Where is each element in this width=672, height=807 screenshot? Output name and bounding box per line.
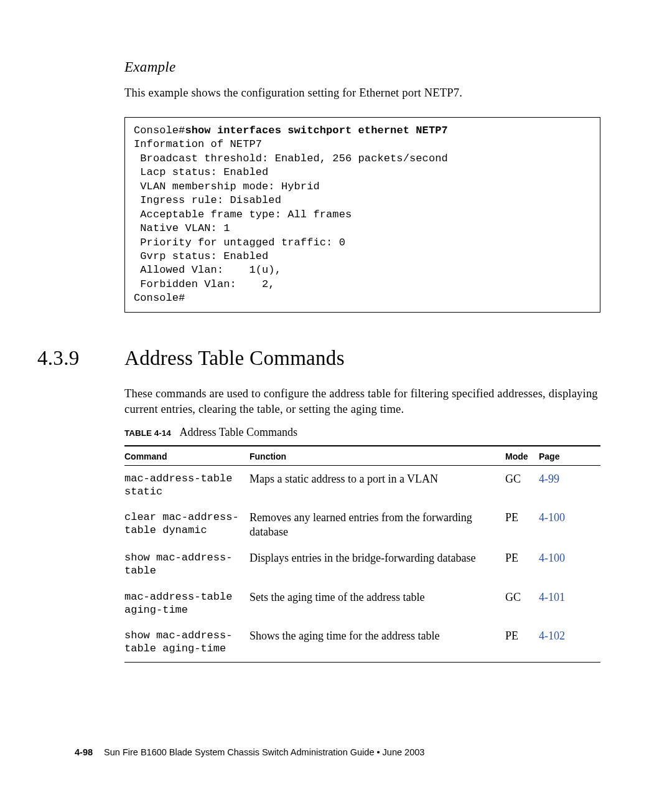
page-footer: 4-98 Sun Fire B1600 Blade System Chassis… bbox=[75, 747, 424, 757]
table-header-row: Command Function Mode Page bbox=[124, 446, 600, 466]
cell-mode: GC bbox=[505, 584, 539, 623]
code-body: Information of NETP7 Broadcast threshold… bbox=[134, 138, 448, 304]
cell-function: Shows the aging time for the address tab… bbox=[250, 623, 505, 662]
cell-mode: PE bbox=[505, 504, 539, 545]
table-row: show mac-address-table aging-time Shows … bbox=[124, 623, 600, 662]
section-header: 4.3.9 Address Table Commands bbox=[37, 347, 600, 370]
section-number: 4.3.9 bbox=[37, 347, 124, 370]
cell-page: 4-102 bbox=[539, 623, 600, 662]
cell-function: Maps a static address to a port in a VLA… bbox=[250, 465, 505, 504]
table-row: mac-address-table static Maps a static a… bbox=[124, 465, 600, 504]
page-link[interactable]: 4-100 bbox=[539, 552, 565, 564]
code-block: Console#show interfaces switchport ether… bbox=[124, 117, 600, 313]
code-command: show interfaces switchport ethernet NETP… bbox=[185, 125, 447, 136]
cell-page: 4-100 bbox=[539, 545, 600, 584]
cell-command: mac-address-table aging-time bbox=[124, 584, 250, 623]
page-content: Example This example shows the configura… bbox=[0, 0, 672, 807]
cell-function: Sets the aging time of the address table bbox=[250, 584, 505, 623]
header-command: Command bbox=[124, 446, 250, 466]
example-intro: This example shows the configuration set… bbox=[124, 87, 600, 100]
page-link[interactable]: 4-99 bbox=[539, 473, 559, 485]
cell-command: clear mac-address-table dynamic bbox=[124, 504, 250, 545]
table-caption-title: Address Table Commands bbox=[180, 426, 297, 438]
cell-command: mac-address-table static bbox=[124, 465, 250, 504]
header-function: Function bbox=[250, 446, 505, 466]
page-link[interactable]: 4-101 bbox=[539, 591, 565, 603]
footer-doc-title: Sun Fire B1600 Blade System Chassis Swit… bbox=[104, 747, 424, 757]
cell-command: show mac-address-table aging-time bbox=[124, 623, 250, 662]
table-row: mac-address-table aging-time Sets the ag… bbox=[124, 584, 600, 623]
cell-mode: PE bbox=[505, 623, 539, 662]
cell-page: 4-99 bbox=[539, 465, 600, 504]
example-heading: Example bbox=[124, 59, 600, 75]
code-prefix: Console# bbox=[134, 125, 185, 136]
command-table: Command Function Mode Page mac-address-t… bbox=[124, 445, 600, 663]
section-intro: These commands are used to configure the… bbox=[124, 386, 600, 417]
section-title: Address Table Commands bbox=[124, 347, 345, 370]
cell-mode: PE bbox=[505, 545, 539, 584]
footer-page-number: 4-98 bbox=[75, 747, 93, 757]
header-mode: Mode bbox=[505, 446, 539, 466]
cell-page: 4-101 bbox=[539, 584, 600, 623]
table-row: clear mac-address-table dynamic Removes … bbox=[124, 504, 600, 545]
page-link[interactable]: 4-102 bbox=[539, 630, 565, 642]
page-link[interactable]: 4-100 bbox=[539, 511, 565, 524]
cell-mode: GC bbox=[505, 465, 539, 504]
table-caption: TABLE 4-14 Address Table Commands bbox=[124, 426, 600, 439]
cell-page: 4-100 bbox=[539, 504, 600, 545]
table-caption-label: TABLE 4-14 bbox=[124, 428, 171, 438]
cell-function: Displays entries in the bridge-forwardin… bbox=[250, 545, 505, 584]
cell-function: Removes any learned entries from the for… bbox=[250, 504, 505, 545]
cell-command: show mac-address-table bbox=[124, 545, 250, 584]
table-row: show mac-address-table Displays entries … bbox=[124, 545, 600, 584]
header-page: Page bbox=[539, 446, 600, 466]
